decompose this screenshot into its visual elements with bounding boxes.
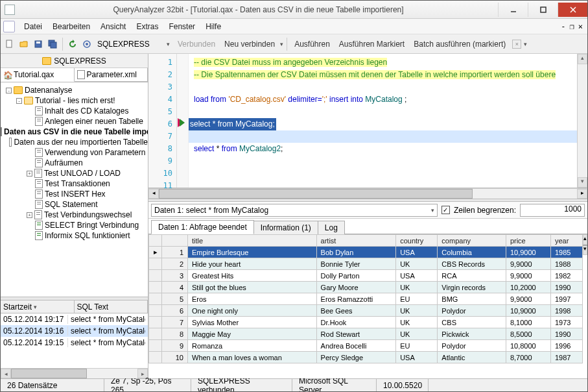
saveall-icon[interactable]	[46, 38, 59, 51]
app-menu-icon[interactable]	[3, 21, 15, 32]
file-tab-parameter[interactable]: Parameter.xml	[75, 68, 148, 82]
grid-cell[interactable]: 9,9000	[506, 270, 550, 282]
batch-execute-button[interactable]: Batch ausführen (markiert)	[410, 40, 510, 49]
grid-cell[interactable]: Pickwick	[438, 328, 506, 340]
open-icon[interactable]	[18, 38, 30, 51]
scroll-right-icon[interactable]: ▸	[577, 189, 587, 199]
grid-cell[interactable]: 10,8000	[506, 340, 550, 352]
grid-cell[interactable]: 10,9000	[506, 305, 550, 317]
scroll-down-icon[interactable]: ▾	[583, 245, 587, 255]
scroll-thumb[interactable]	[11, 369, 87, 378]
grid-cell[interactable]: UK	[396, 317, 438, 328]
history-row[interactable]: 05.12.2014 19:16select * from MyCatalog	[1, 325, 148, 337]
new-icon[interactable]	[3, 38, 16, 51]
tree-item[interactable]: Verwendung von Parametern	[1, 147, 148, 158]
menu-datei[interactable]: Datei	[19, 20, 47, 33]
grid-cell[interactable]: Dr.Hook	[316, 317, 396, 328]
menu-hilfe[interactable]: Hilfe	[200, 20, 226, 33]
grid-cell[interactable]: 1990	[550, 282, 582, 293]
grid-cell[interactable]: Rod Stewart	[316, 328, 396, 340]
expand-icon[interactable]: -	[6, 88, 12, 93]
scroll-down-icon[interactable]: ▾	[578, 177, 587, 188]
refresh-icon[interactable]	[66, 38, 79, 51]
grid-cell[interactable]: USA	[396, 247, 438, 258]
grid-cell[interactable]: UK	[396, 258, 438, 270]
code-area[interactable]: -- die CSV Datei muss im angegeben Verze…	[189, 54, 577, 188]
grid-cell[interactable]: Still got the blues	[188, 282, 317, 293]
tree-item[interactable]: SELECT Bringt Verbindung	[1, 220, 148, 230]
scroll-left-icon[interactable]: ◂	[148, 189, 159, 199]
grid-cell[interactable]: 9,9000	[506, 258, 550, 270]
tree-item[interactable]: +Test Verbindungswechsel	[1, 210, 148, 220]
expand-icon[interactable]: -	[16, 98, 22, 104]
table-row[interactable]: 9RomanzaAndrea BocelliEUPolydor10,800019…	[149, 340, 583, 352]
limit-rows-input[interactable]: 1000	[520, 204, 585, 217]
grid-cell[interactable]: UK	[396, 282, 438, 293]
close-button[interactable]	[558, 3, 587, 17]
grid-column-header[interactable]: artist	[316, 235, 396, 247]
history-row[interactable]: 05.12.2014 19:15select * from MyCatalog	[1, 337, 148, 349]
tree-item[interactable]: Daten aus CSV in die neue Tabelle import…	[1, 127, 148, 137]
grid-cell[interactable]: Maggie May	[188, 328, 317, 340]
table-row[interactable]: 3Greatest HitsDolly PartonUSARCA9,900019…	[149, 270, 583, 282]
table-row[interactable]: 2Hide your heartBonnie TylerUKCBS Record…	[149, 258, 583, 270]
grid-cell[interactable]: Bee Gees	[316, 305, 396, 317]
editor-vscrollbar[interactable]: ▴ ▾	[577, 54, 587, 188]
history-row[interactable]: 05.12.2014 19:17select * from MyCatalog2	[1, 313, 148, 325]
grid-cell[interactable]: CBS	[438, 317, 506, 328]
tree-item[interactable]: -Datenanalyse	[1, 85, 148, 95]
editor-hscrollbar[interactable]: ◂ ▸	[148, 188, 587, 199]
table-row[interactable]: 10When a man loves a womanPercy SledgeUS…	[149, 352, 583, 363]
grid-cell[interactable]: Bob Dylan	[316, 247, 396, 258]
connection-icon[interactable]	[80, 38, 93, 51]
minimize-button[interactable]	[498, 3, 528, 17]
tree-item[interactable]: Test INSERT Hex	[1, 189, 148, 199]
grid-cell[interactable]: 1988	[550, 258, 582, 270]
grid-cell[interactable]: BMG	[438, 293, 506, 305]
expand-icon[interactable]: +	[27, 212, 32, 218]
tree-item[interactable]: Daten aus der neu importierten Tabelle	[1, 137, 148, 147]
grid-cell[interactable]: Hide your heart	[188, 258, 317, 270]
grid-cell[interactable]: Virgin records	[438, 282, 506, 293]
grid-cell[interactable]: Eros	[188, 293, 317, 305]
grid-cell[interactable]: 1998	[550, 305, 582, 317]
toolbar-overflow-icon[interactable]: ▾	[524, 41, 527, 47]
results-grid[interactable]: titleartistcountrycompanypriceyear▸1Empi…	[148, 234, 587, 378]
maximize-button[interactable]	[528, 3, 558, 17]
grid-cell[interactable]: 1996	[550, 340, 582, 352]
grid-cell[interactable]: 1997	[550, 293, 582, 305]
grid-cell[interactable]: 8,7000	[506, 352, 550, 363]
expand-icon[interactable]: +	[27, 171, 32, 177]
grid-cell[interactable]: UK	[396, 328, 438, 340]
tree-item[interactable]: Anlegen einer neuen Tabelle	[1, 116, 148, 127]
table-row[interactable]: 8Maggie MayRod StewartUKPickwick8,500019…	[149, 328, 583, 340]
table-row[interactable]: 7Sylvias MotherDr.HookUKCBS8,10001973	[149, 317, 583, 328]
scroll-left-icon[interactable]: ◂	[1, 369, 11, 378]
tab-log[interactable]: Log	[318, 221, 345, 234]
grid-cell[interactable]: Romanza	[188, 340, 317, 352]
toolbar-close-icon[interactable]: ×	[512, 40, 521, 49]
tree-item[interactable]: +Test UNLOAD / LOAD	[1, 168, 148, 178]
tree-item[interactable]: Test Transaktionen	[1, 178, 148, 189]
history-col-sql[interactable]: SQL Text	[75, 300, 148, 313]
grid-cell[interactable]: Empire Burlesque	[188, 247, 317, 258]
db-header[interactable]: SQLEXPRESS	[1, 54, 148, 68]
grid-cell[interactable]: Eros Ramazzotti	[316, 293, 396, 305]
tab-information[interactable]: Information (1)	[253, 221, 318, 234]
grid-cell[interactable]: Columbia	[438, 247, 506, 258]
grid-cell[interactable]: 9,9000	[506, 293, 550, 305]
grid-cell[interactable]: 8,1000	[506, 317, 550, 328]
menu-extras[interactable]: Extras	[131, 20, 163, 33]
limit-rows-checkbox[interactable]: ✓	[441, 206, 450, 214]
grid-column-header[interactable]: year	[550, 235, 582, 247]
grid-vscrollbar[interactable]: ▴ ▾	[583, 234, 587, 378]
mdi-restore-button[interactable]: ❐	[568, 21, 576, 32]
grid-cell[interactable]: When a man loves a woman	[188, 352, 317, 363]
grid-column-header[interactable]: company	[438, 235, 506, 247]
table-row[interactable]: 4Still got the bluesGary MooreUKVirgin r…	[149, 282, 583, 293]
grid-cell[interactable]: Polydor	[438, 305, 506, 317]
grid-cell[interactable]: Andrea Bocelli	[316, 340, 396, 352]
grid-cell[interactable]: Bonnie Tyler	[316, 258, 396, 270]
grid-cell[interactable]: RCA	[438, 270, 506, 282]
grid-cell[interactable]: 1990	[550, 328, 582, 340]
